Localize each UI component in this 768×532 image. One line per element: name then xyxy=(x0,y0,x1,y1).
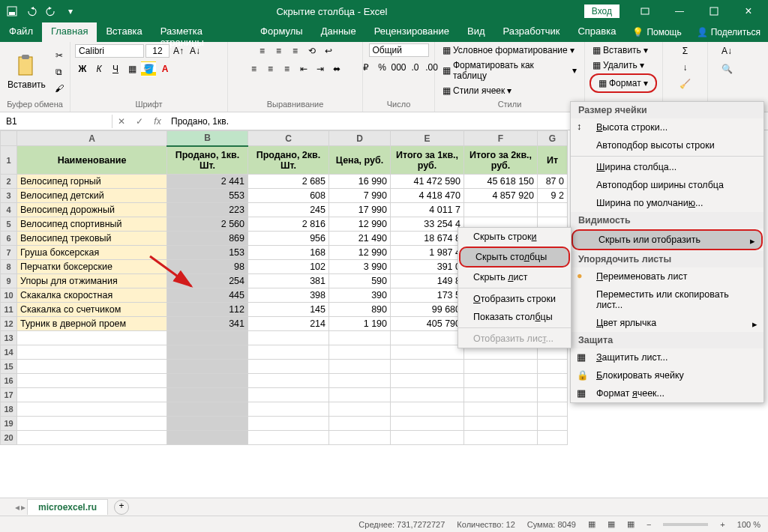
cell[interactable] xyxy=(464,417,538,431)
cell[interactable] xyxy=(391,417,464,431)
cell[interactable] xyxy=(391,388,464,402)
cell[interactable]: Продано, 1кв. Шт. xyxy=(167,146,248,175)
cell[interactable]: 341 xyxy=(167,317,248,331)
cancel-icon[interactable]: ✕ xyxy=(112,116,130,127)
cell[interactable]: 1 190 xyxy=(329,317,391,331)
menu-row-height[interactable]: ↕Высота строки... xyxy=(571,118,764,136)
zoom-out-icon[interactable]: − xyxy=(646,520,651,529)
add-sheet-button[interactable]: + xyxy=(114,500,129,515)
cell[interactable]: 405 790 xyxy=(391,317,464,331)
cell[interactable]: Наименование xyxy=(17,146,167,175)
menu-protect-sheet[interactable]: ▦Защитить лист... xyxy=(571,348,764,366)
select-all-cell[interactable] xyxy=(1,131,17,146)
menu-autofit-col[interactable]: Автоподбор ширины столбца xyxy=(571,176,764,194)
col-header-a[interactable]: A xyxy=(17,131,167,146)
cell[interactable]: 173 5 xyxy=(391,288,464,303)
cell[interactable]: 2 441 xyxy=(167,175,248,189)
cell[interactable]: 149 8 xyxy=(391,274,464,288)
fx-icon[interactable]: fx xyxy=(148,116,166,127)
minimize-icon[interactable]: — xyxy=(663,0,696,22)
cell[interactable]: 4 857 920 xyxy=(464,189,538,203)
cell[interactable]: 391 0 xyxy=(391,260,464,274)
row-header[interactable]: 2 xyxy=(1,175,17,189)
cell[interactable] xyxy=(538,360,568,374)
tab-developer[interactable]: Разработчик xyxy=(494,22,569,42)
copy-icon[interactable]: ⧉ xyxy=(52,64,67,79)
tab-data[interactable]: Данные xyxy=(312,22,365,42)
cut-icon[interactable]: ✂ xyxy=(52,48,67,63)
fill-color-icon[interactable]: 🪣 xyxy=(141,61,156,76)
row-header[interactable]: 7 xyxy=(1,246,17,260)
cell[interactable]: 956 xyxy=(248,232,329,246)
paste-button[interactable]: Вставить xyxy=(4,51,49,93)
cell[interactable]: 21 490 xyxy=(329,232,391,246)
cell[interactable]: 17 990 xyxy=(329,203,391,217)
cell[interactable]: 12 990 xyxy=(329,217,391,232)
cell[interactable]: Упоры для отжимания xyxy=(17,274,167,288)
percent-icon[interactable]: % xyxy=(375,60,390,75)
cell[interactable]: Ит xyxy=(538,146,568,175)
row-header[interactable]: 17 xyxy=(1,388,17,402)
cell[interactable] xyxy=(538,388,568,402)
cell[interactable] xyxy=(538,431,568,445)
conditional-format-button[interactable]: ▦Условное форматирование ▾ xyxy=(440,43,578,57)
bold-icon[interactable]: Ж xyxy=(75,61,90,76)
maximize-icon[interactable] xyxy=(698,0,730,22)
cell[interactable] xyxy=(329,360,391,374)
cell[interactable]: 4 418 470 xyxy=(391,189,464,203)
sort-filter-icon[interactable]: A↓ xyxy=(719,43,734,58)
submenu-unhide-rows[interactable]: Отобразить строки xyxy=(458,290,571,308)
col-header-e[interactable]: E xyxy=(391,131,464,146)
cell[interactable] xyxy=(248,431,329,445)
share-button[interactable]: 👤Поделиться xyxy=(689,22,768,42)
cell[interactable]: 445 xyxy=(167,288,248,303)
sheet-nav-prev-icon[interactable]: ▸ xyxy=(21,502,26,513)
row-header[interactable]: 3 xyxy=(1,189,17,203)
cell[interactable] xyxy=(464,402,538,417)
cell[interactable] xyxy=(17,431,167,445)
col-header-c[interactable]: C xyxy=(248,131,329,146)
cell[interactable]: Груша боксерская xyxy=(17,246,167,260)
row-header[interactable]: 6 xyxy=(1,232,17,246)
cell[interactable] xyxy=(391,345,464,360)
tab-file[interactable]: Файл xyxy=(0,22,42,42)
underline-icon[interactable]: Ч xyxy=(108,61,123,76)
align-top-icon[interactable]: ≡ xyxy=(255,43,270,58)
cell[interactable]: Скакалка скоростная xyxy=(17,288,167,303)
cell[interactable] xyxy=(17,417,167,431)
zoom-in-icon[interactable]: + xyxy=(720,520,724,529)
row-header[interactable]: 19 xyxy=(1,417,17,431)
cell[interactable]: 33 254 4 xyxy=(391,217,464,232)
cell[interactable]: 18 674 8 xyxy=(391,232,464,246)
cell[interactable] xyxy=(464,360,538,374)
cell[interactable]: 145 xyxy=(248,303,329,317)
cell[interactable]: 608 xyxy=(248,189,329,203)
row-header[interactable]: 4 xyxy=(1,203,17,217)
cell[interactable] xyxy=(329,402,391,417)
cell[interactable]: 168 xyxy=(248,246,329,260)
cell[interactable]: Велосипед трековый xyxy=(17,232,167,246)
tab-home[interactable]: Главная xyxy=(42,22,97,42)
row-header[interactable]: 13 xyxy=(1,331,17,345)
zoom-level[interactable]: 100 % xyxy=(737,520,760,529)
cell[interactable] xyxy=(248,360,329,374)
submenu-hide-sheet[interactable]: Скрыть лист xyxy=(458,268,571,286)
cell[interactable]: 1 987 4 xyxy=(391,246,464,260)
view-page-break-icon[interactable]: ▦ xyxy=(627,519,634,529)
cell[interactable]: 2 685 xyxy=(248,175,329,189)
italic-icon[interactable]: К xyxy=(92,61,106,76)
cell[interactable]: 3 990 xyxy=(329,260,391,274)
cell[interactable] xyxy=(464,431,538,445)
sheet-nav-first-icon[interactable]: ◂ xyxy=(15,502,20,513)
align-middle-icon[interactable]: ≡ xyxy=(272,43,286,58)
cell[interactable] xyxy=(248,331,329,345)
cell[interactable]: 553 xyxy=(167,189,248,203)
cell[interactable] xyxy=(329,431,391,445)
cell[interactable] xyxy=(17,388,167,402)
align-center-icon[interactable]: ≡ xyxy=(263,61,278,76)
cell[interactable]: 223 xyxy=(167,203,248,217)
tab-review[interactable]: Рецензирование xyxy=(365,22,458,42)
cell[interactable]: 2 816 xyxy=(248,217,329,232)
align-bottom-icon[interactable]: ≡ xyxy=(288,43,303,58)
menu-default-width[interactable]: Ширина по умолчанию... xyxy=(571,194,764,212)
